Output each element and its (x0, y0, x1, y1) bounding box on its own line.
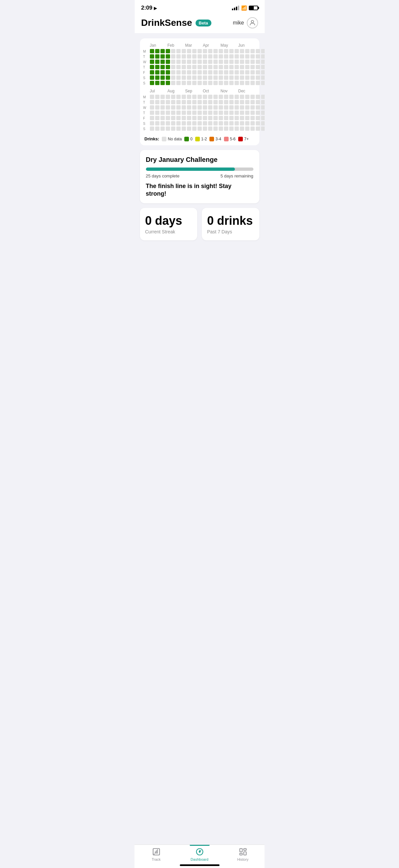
calendar-cell (171, 116, 175, 120)
calendar-week (261, 95, 265, 131)
day-t2: T (143, 65, 148, 69)
day-s: S (143, 76, 148, 80)
calendar-cell (213, 105, 218, 110)
calendar-cell (203, 65, 207, 69)
calendar-cell (219, 81, 223, 85)
calendar-cell (181, 105, 186, 110)
calendar-cell (240, 60, 244, 64)
calendar-cell (187, 121, 191, 125)
calendar-cell (150, 60, 154, 64)
calendar-second-half: Jul Aug Sep Oct Nov Dec M T W T F S S (143, 89, 256, 131)
calendar-cell (181, 95, 186, 99)
day-m: M (143, 49, 148, 54)
calendar-cell (187, 60, 191, 64)
calendar-cell (198, 70, 202, 74)
calendar-cell (256, 81, 260, 85)
stat-label-streak: Current Streak (145, 229, 192, 235)
calendar-cell (256, 60, 260, 64)
calendar-cell (261, 121, 265, 125)
calendar-cell (176, 121, 180, 125)
calendar-cell (192, 100, 197, 104)
calendar-week (245, 95, 250, 131)
calendar-cell (235, 121, 239, 125)
calendar-cell (240, 75, 244, 80)
calendar-week (208, 49, 212, 85)
calendar-cell (208, 54, 212, 59)
username: mike (233, 20, 244, 26)
calendar-cell (213, 65, 218, 69)
day-labels-top: M T W T F S S (143, 49, 148, 85)
calendar-cell (235, 65, 239, 69)
calendar-cell (171, 65, 175, 69)
calendar-cell (245, 105, 250, 110)
calendar-cell (176, 105, 180, 110)
calendar-cell (251, 126, 255, 131)
calendar-cell (261, 65, 265, 69)
calendar-cell (181, 100, 186, 104)
calendar-cell (176, 111, 180, 115)
calendar-week (229, 95, 234, 131)
calendar-cell (161, 65, 165, 69)
calendar-cell (155, 126, 160, 131)
calendar-cell (213, 60, 218, 64)
calendar-cell (219, 54, 223, 59)
calendar-cell (213, 116, 218, 120)
calendar-cell (155, 116, 160, 120)
calendar-week (171, 95, 175, 131)
calendar-cell (229, 111, 234, 115)
calendar-cell (203, 105, 207, 110)
calendar-cell (181, 75, 186, 80)
calendar-cell (245, 100, 250, 104)
calendar-cell (261, 105, 265, 110)
legend-text-three-four: 3-4 (215, 137, 221, 142)
day-s2: S (143, 81, 148, 85)
calendar-cell (229, 70, 234, 74)
calendar-cell (256, 75, 260, 80)
stat-label-drinks: Past 7 Days (207, 229, 254, 235)
calendar-week (161, 49, 165, 85)
avatar[interactable] (247, 17, 258, 28)
calendar-week (251, 95, 255, 131)
calendar-cell (245, 126, 250, 131)
calendar-cell (240, 105, 244, 110)
calendar-cell (240, 65, 244, 69)
calendar-cell (150, 111, 154, 115)
calendar-cell (155, 111, 160, 115)
calendar-week (208, 95, 212, 131)
calendar-cell (155, 54, 160, 59)
calendar-cell (251, 111, 255, 115)
calendar-cell (208, 49, 212, 53)
calendar-cell (219, 60, 223, 64)
calendar-cell (171, 95, 175, 99)
calendar-cell (203, 60, 207, 64)
header-right: mike (233, 17, 258, 28)
calendar-cell (187, 81, 191, 85)
calendar-cell (235, 54, 239, 59)
calendar-cell (161, 60, 165, 64)
calendar-cell (261, 49, 265, 53)
calendar-cell (192, 65, 197, 69)
stat-card-streak: 0 days Current Streak (140, 208, 198, 240)
calendar-cell (187, 126, 191, 131)
calendar-cell (251, 70, 255, 74)
legend-dot-one-two (195, 137, 200, 142)
calendar-week (187, 95, 191, 131)
calendar-cell (155, 65, 160, 69)
status-icons: 📶 (232, 5, 258, 10)
calendar-cell (235, 111, 239, 115)
calendar-cell (161, 75, 165, 80)
calendar-cell (181, 111, 186, 115)
stat-card-drinks: 0 drinks Past 7 Days (202, 208, 259, 240)
calendar-cell (203, 121, 207, 125)
calendar-cell (235, 60, 239, 64)
calendar-cell (166, 105, 170, 110)
calendar-cell (161, 121, 165, 125)
calendar-cell (176, 126, 180, 131)
calendar-cell (229, 116, 234, 120)
calendar-grid-weeks-bottom (150, 95, 265, 131)
calendar-cell (245, 60, 250, 64)
calendar-cell (208, 81, 212, 85)
calendar-cell (224, 126, 228, 131)
calendar-cell (198, 54, 202, 59)
calendar-cell (224, 70, 228, 74)
